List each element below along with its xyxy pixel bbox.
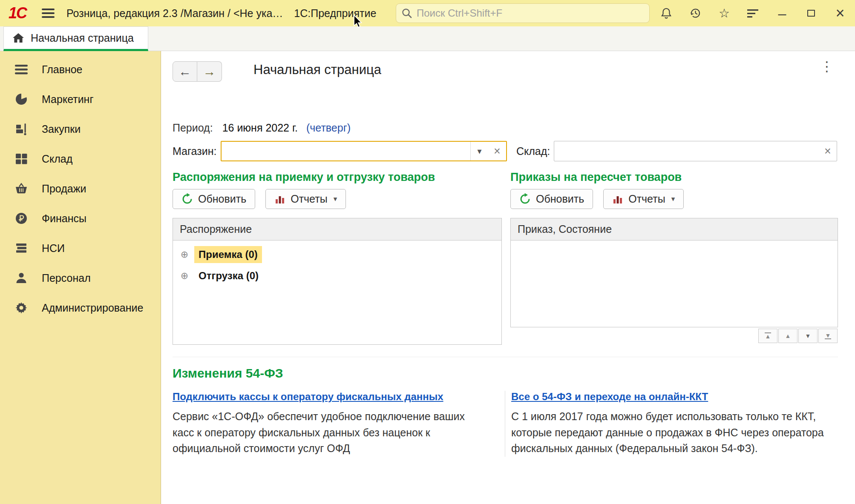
- sections-panel: Главное Маркетинг Закупки Склад Продажи …: [0, 51, 161, 504]
- sidebar-item-label: Администрирование: [42, 302, 143, 314]
- expand-icon[interactable]: ⊕: [179, 270, 190, 281]
- sidebar-item-label: Финансы: [42, 212, 86, 225]
- news-link-ofd[interactable]: Подключить кассы к оператору фискальных …: [173, 391, 443, 403]
- maximize-icon: [807, 10, 815, 17]
- notifications-bell-icon[interactable]: [657, 4, 675, 22]
- sidebar-item-warehouse[interactable]: Склад: [0, 144, 161, 174]
- news-text-54fz: С 1 июля 2017 года можно будет использов…: [511, 409, 838, 457]
- sidebar-item-finance[interactable]: Финансы: [0, 203, 161, 233]
- back-button[interactable]: ←: [173, 61, 197, 82]
- warehouse-grid-icon: [14, 152, 28, 166]
- sidebar-item-purchases[interactable]: Закупки: [0, 114, 161, 144]
- orders-reports-button[interactable]: Отчеты ▾: [265, 189, 346, 209]
- orders-toolbar: Обновить Отчеты ▾: [173, 189, 346, 209]
- tab-bar: Начальная страница: [0, 26, 855, 51]
- recount-table-body: [511, 241, 838, 244]
- history-icon[interactable]: [686, 4, 704, 22]
- minimize-button[interactable]: –: [773, 4, 791, 22]
- more-menu-icon[interactable]: ⋮: [820, 58, 834, 75]
- sidebar-item-label: Склад: [42, 153, 72, 165]
- main-menu-icon[interactable]: [42, 9, 55, 18]
- history-nav: ← →: [173, 61, 222, 82]
- recount-reports-button[interactable]: Отчеты ▾: [603, 189, 684, 209]
- orders-refresh-label: Обновить: [198, 193, 246, 205]
- store-field[interactable]: ▾ ×: [221, 141, 507, 161]
- app-name: 1С:Предприятие: [294, 7, 376, 20]
- row-label[interactable]: Отгрузка (0): [194, 267, 263, 284]
- close-button[interactable]: ×: [831, 4, 849, 22]
- row-label[interactable]: Приемка (0): [194, 246, 262, 263]
- sidebar-item-label: Продажи: [42, 183, 86, 195]
- tab-home-label: Начальная страница: [31, 32, 134, 44]
- expand-icon[interactable]: ⊕: [179, 249, 190, 260]
- reports-dropdown-icon: ▾: [334, 195, 337, 203]
- purchases-icon: [14, 122, 28, 136]
- store-input[interactable]: [222, 142, 470, 160]
- window-title: Розница, редакция 2.3 /Магазин / <Не ука…: [66, 7, 283, 20]
- page-title: Начальная страница: [253, 62, 381, 77]
- recount-toolbar: Обновить Отчеты ▾: [510, 189, 684, 209]
- period-date[interactable]: 16 июня 2022 г.: [222, 122, 298, 134]
- store-dropdown-icon[interactable]: ▾: [470, 142, 488, 160]
- period-label: Период:: [173, 122, 213, 134]
- favorites-star-icon[interactable]: ☆: [715, 4, 733, 22]
- news-link-54fz[interactable]: Все о 54-ФЗ и переходе на онлайн-ККТ: [511, 391, 708, 403]
- sidebar-item-administration[interactable]: Администрирование: [0, 293, 161, 323]
- recount-section-title: Приказы на пересчет товаров: [510, 171, 682, 184]
- news-columns: Подключить кассы к оператору фискальных …: [173, 391, 838, 457]
- report-chart-icon: [612, 194, 623, 205]
- go-down-icon[interactable]: ▼: [798, 329, 818, 343]
- go-up-icon[interactable]: ▲: [778, 329, 797, 343]
- titlebar-icons: ☆ – ×: [657, 4, 849, 22]
- search-input[interactable]: [417, 7, 644, 19]
- sidebar-item-label: НСИ: [42, 242, 65, 255]
- orders-refresh-button[interactable]: Обновить: [173, 189, 255, 209]
- main-content: ← → Начальная страница ⋮ Период: 16 июня…: [161, 51, 855, 504]
- menu-icon: [14, 63, 28, 76]
- sidebar-item-marketing[interactable]: Маркетинг: [0, 84, 161, 114]
- store-clear-icon[interactable]: ×: [488, 142, 506, 160]
- recount-table-pager: ▲ ▲ ▼ ▼: [758, 329, 838, 343]
- window-titlebar: 1С Розница, редакция 2.3 /Магазин / <Не …: [0, 0, 855, 26]
- 1c-logo: 1С: [9, 4, 38, 22]
- forward-button[interactable]: →: [197, 61, 222, 82]
- period-row: Период: 16 июня 2022 г. (четверг): [173, 122, 351, 134]
- books-icon: [14, 241, 28, 255]
- sidebar-item-main[interactable]: Главное: [0, 54, 161, 84]
- warehouse-field[interactable]: ×: [554, 141, 837, 161]
- refresh-icon: [519, 193, 531, 205]
- sidebar-item-label: Закупки: [42, 123, 81, 135]
- table-row-otgruzka[interactable]: ⊕ Отгрузка (0): [173, 265, 501, 286]
- go-last-icon[interactable]: ▼: [818, 329, 838, 343]
- home-icon: [12, 32, 24, 43]
- recount-refresh-button[interactable]: Обновить: [510, 189, 593, 209]
- global-search-box[interactable]: [396, 3, 650, 23]
- orders-column-header: Распоряжение: [173, 218, 501, 241]
- news-section-title: Изменения 54-ФЗ: [173, 366, 283, 381]
- sidebar-item-sales[interactable]: Продажи: [0, 174, 161, 203]
- orders-reports-label: Отчеты: [291, 193, 327, 205]
- recount-reports-label: Отчеты: [628, 193, 665, 205]
- functions-menu-icon[interactable]: [744, 4, 762, 22]
- ruble-coin-icon: [14, 212, 28, 225]
- orders-section-title: Распоряжения на приемку и отгрузку товар…: [173, 171, 435, 184]
- search-icon: [401, 8, 412, 19]
- pie-chart-icon: [14, 92, 28, 106]
- reports-dropdown-icon: ▾: [671, 195, 675, 203]
- sidebar-item-label: Главное: [42, 63, 83, 76]
- tab-home[interactable]: Начальная страница: [3, 26, 148, 51]
- news-text-ofd: Сервис «1С-ОФД» обеспечит удобное подклю…: [173, 409, 487, 457]
- table-row-priemka[interactable]: ⊕ Приемка (0): [173, 244, 501, 265]
- news-left-column: Подключить кассы к оператору фискальных …: [173, 391, 505, 457]
- sidebar-item-personnel[interactable]: Персонал: [0, 263, 161, 293]
- sidebar-item-nsi[interactable]: НСИ: [0, 233, 161, 263]
- warehouse-clear-icon[interactable]: ×: [819, 141, 837, 161]
- warehouse-input[interactable]: [554, 141, 819, 161]
- sidebar-item-label: Персонал: [42, 272, 91, 284]
- news-right-column: Все о 54-ФЗ и переходе на онлайн-ККТ С 1…: [505, 391, 838, 457]
- filter-row: Магазин: ▾ × Склад: ×: [161, 141, 855, 161]
- period-weekday: (четверг): [306, 122, 351, 134]
- refresh-icon: [181, 193, 193, 205]
- maximize-button[interactable]: [802, 4, 820, 22]
- go-first-icon[interactable]: ▲: [758, 329, 777, 343]
